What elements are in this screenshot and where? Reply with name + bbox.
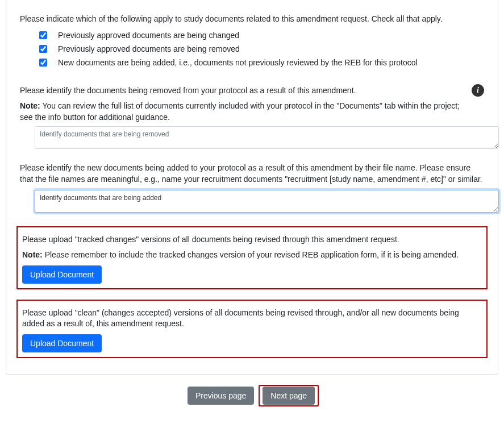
note-label: Note: — [20, 101, 40, 110]
next-page-button[interactable]: Next page — [263, 387, 315, 405]
upload-tracked-note: Note: Please remember to include the tra… — [22, 250, 482, 261]
question-removed-note: Note: You can review the full list of do… — [20, 101, 466, 123]
note-text: You can review the full list of document… — [20, 101, 460, 122]
checkbox-label: Previously approved documents are being … — [58, 44, 240, 53]
info-icon[interactable]: i — [472, 84, 484, 97]
checkbox-removed[interactable] — [39, 45, 47, 53]
checkbox-option: Previously approved documents are being … — [37, 30, 484, 41]
next-highlight: Next page — [259, 385, 319, 406]
upload-clean-button[interactable]: Upload Document — [22, 334, 102, 352]
question-added: Please identify the new documents being … — [20, 163, 484, 212]
form-panel: Please indicate which of the following a… — [6, 0, 498, 375]
checkbox-added[interactable] — [39, 59, 47, 67]
upload-tracked-prompt: Please upload "tracked changes" versions… — [22, 234, 482, 246]
checkbox-option: Previously approved documents are being … — [37, 43, 484, 55]
checkbox-list: Previously approved documents are being … — [37, 30, 484, 68]
upload-clean-section: Please upload "clean" (changes accepted)… — [16, 300, 488, 358]
note-label: Note: — [22, 250, 43, 259]
checkbox-changed[interactable] — [39, 31, 47, 39]
checkbox-label: New documents are being added, i.e., doc… — [58, 58, 418, 67]
note-text: Please remember to include the tracked c… — [43, 250, 459, 259]
question-added-prompt: Please identify the new documents being … — [20, 163, 484, 185]
checkbox-label: Previously approved documents are being … — [58, 31, 239, 40]
upload-clean-prompt: Please upload "clean" (changes accepted)… — [22, 308, 482, 330]
question-removed-prompt: Please identify the documents being remo… — [20, 85, 466, 97]
upload-tracked-section: Please upload "tracked changes" versions… — [16, 226, 488, 289]
upload-tracked-button[interactable]: Upload Document — [22, 265, 102, 284]
question-apply: Please indicate which of the following a… — [20, 14, 484, 68]
nav-row: Previous page Next page — [0, 375, 504, 416]
docs-added-textarea[interactable] — [35, 190, 499, 213]
previous-page-button[interactable]: Previous page — [188, 387, 255, 405]
checkbox-option: New documents are being added, i.e., doc… — [37, 57, 484, 68]
question-apply-prompt: Please indicate which of the following a… — [20, 14, 484, 25]
docs-removed-textarea[interactable] — [35, 126, 499, 149]
question-removed: Please identify the documents being remo… — [20, 82, 484, 150]
